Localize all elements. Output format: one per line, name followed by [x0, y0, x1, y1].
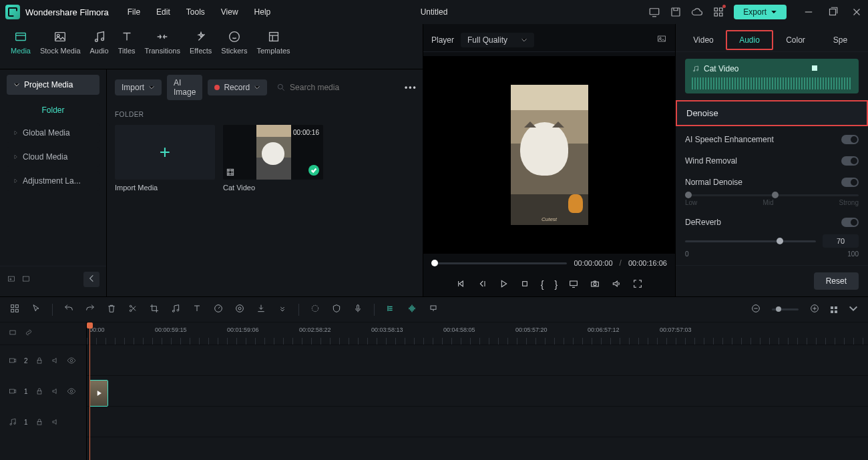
sidebar-global-media[interactable]: Global Media: [7, 123, 99, 143]
import-media-tile[interactable]: + Import Media: [115, 125, 215, 192]
eye-icon[interactable]: [67, 356, 76, 365]
tl-shield-icon[interactable]: [331, 303, 342, 316]
tl-music-icon[interactable]: [170, 303, 181, 316]
volume-icon[interactable]: [611, 278, 622, 291]
denoise-section-header[interactable]: Denoise: [676, 100, 868, 126]
apps-icon[interactable]: [712, 6, 724, 18]
tl-grid-icon[interactable]: [9, 303, 20, 316]
dereverb-toggle[interactable]: [841, 218, 859, 227]
tl-redo-icon[interactable]: [85, 303, 95, 316]
tl-mic-icon[interactable]: [353, 303, 363, 316]
ai-speech-toggle[interactable]: [841, 135, 859, 144]
timeline-ruler[interactable]: 00:00 00:00:59:15 00:01:59:06 00:02:58:2…: [87, 322, 868, 345]
step-back-icon[interactable]: [477, 278, 487, 291]
play-icon[interactable]: [498, 278, 509, 291]
project-media-button[interactable]: Project Media: [7, 75, 99, 95]
wind-removal-toggle[interactable]: [841, 156, 859, 166]
import-button[interactable]: Import: [115, 79, 162, 95]
media-clip-cat-video[interactable]: 00:00:16 Cat Video: [223, 125, 323, 192]
mark-in-icon[interactable]: {: [541, 279, 544, 290]
tl-crop-icon[interactable]: [149, 303, 160, 316]
playhead[interactable]: [89, 322, 90, 460]
minimize-icon[interactable]: [803, 6, 815, 18]
lock-icon[interactable]: [35, 356, 44, 365]
ribbon-media[interactable]: Media: [11, 29, 31, 65]
dereverb-value[interactable]: 70: [823, 234, 859, 248]
tl-zoomin-icon[interactable]: [809, 303, 820, 316]
prop-tab-speed[interactable]: Spe: [818, 31, 863, 49]
ribbon-titles[interactable]: Titles: [118, 29, 136, 65]
camera-icon[interactable]: [590, 278, 600, 291]
tl-undo-icon[interactable]: [63, 303, 74, 316]
tl-split-icon[interactable]: [128, 303, 138, 316]
tl-text-icon[interactable]: [192, 303, 202, 316]
track-toggle-icon[interactable]: [8, 328, 17, 339]
menu-help[interactable]: Help: [254, 7, 271, 17]
snapshot-image-icon[interactable]: [656, 33, 667, 46]
video-track-2[interactable]: [87, 345, 868, 376]
tl-ai-icon[interactable]: [310, 303, 320, 316]
tl-settings-icon[interactable]: [848, 303, 859, 316]
ribbon-transitions[interactable]: Transitions: [145, 29, 180, 65]
tl-beat-icon[interactable]: [407, 303, 417, 316]
maximize-icon[interactable]: [827, 6, 839, 18]
audio-track-1[interactable]: [87, 407, 868, 437]
sidebar-folder-label[interactable]: Folder: [7, 99, 99, 119]
tl-cursor-icon[interactable]: [31, 303, 41, 316]
export-button[interactable]: Export: [734, 5, 787, 19]
ribbon-stickers[interactable]: Stickers: [221, 29, 247, 65]
reset-button[interactable]: Reset: [814, 272, 859, 290]
time-current: 00:00:00:00: [574, 259, 612, 267]
tl-color-icon[interactable]: [234, 303, 245, 316]
new-folder-icon[interactable]: [7, 274, 16, 285]
prop-tab-color[interactable]: Color: [773, 31, 818, 49]
fullscreen-icon[interactable]: [632, 278, 643, 291]
mute-icon[interactable]: [51, 356, 60, 365]
device-icon[interactable]: [648, 6, 660, 18]
close-icon[interactable]: [851, 6, 863, 18]
menu-tools[interactable]: Tools: [186, 7, 205, 17]
save-icon[interactable]: [670, 6, 682, 18]
timeline-clip[interactable]: [89, 380, 108, 407]
prop-tab-audio[interactable]: Audio: [726, 30, 773, 50]
quality-dropdown[interactable]: Full Quality: [461, 33, 534, 47]
sidebar-cloud-media[interactable]: Cloud Media: [7, 147, 99, 167]
more-icon[interactable]: •••: [405, 83, 417, 92]
tl-audio-sync-icon[interactable]: [385, 303, 396, 316]
ribbon-effects[interactable]: Effects: [190, 29, 212, 65]
tl-zoomout-icon[interactable]: [750, 303, 761, 316]
tl-more-icon[interactable]: [277, 303, 288, 316]
display-icon[interactable]: [568, 278, 579, 291]
search-input[interactable]: [272, 83, 394, 92]
record-button[interactable]: Record: [208, 79, 267, 95]
main-track-1[interactable]: [87, 376, 868, 407]
normal-denoise-toggle[interactable]: [841, 178, 859, 187]
collapse-sidebar-icon[interactable]: [83, 272, 99, 287]
stop-icon[interactable]: [519, 278, 530, 291]
menu-edit[interactable]: Edit: [156, 7, 170, 17]
ai-image-button[interactable]: AI Image: [167, 75, 202, 100]
audio-clip-card[interactable]: Cat Video: [685, 59, 859, 93]
folder-icon[interactable]: [21, 274, 31, 285]
normal-denoise-slider[interactable]: [685, 194, 859, 196]
dereverb-slider[interactable]: [685, 240, 816, 242]
tl-delete-icon[interactable]: [106, 303, 117, 316]
tl-view-icon[interactable]: [831, 306, 837, 313]
menu-view[interactable]: View: [221, 7, 238, 17]
tl-marker-icon[interactable]: [428, 303, 439, 316]
link-icon[interactable]: [24, 328, 33, 339]
tl-download-icon[interactable]: [256, 303, 266, 316]
prop-tab-video[interactable]: Video: [681, 31, 726, 49]
scrub-bar[interactable]: [431, 262, 567, 264]
ribbon-templates[interactable]: Templates: [256, 29, 290, 65]
search-field[interactable]: [290, 83, 390, 92]
cloud-icon[interactable]: [691, 6, 703, 18]
preview-canvas[interactable]: Cutest: [423, 56, 675, 254]
prev-frame-icon[interactable]: [455, 278, 466, 291]
sidebar-adjustment-layer[interactable]: Adjustment La...: [7, 171, 99, 191]
ribbon-stock-media[interactable]: Stock Media: [40, 29, 81, 65]
ribbon-audio[interactable]: Audio: [90, 29, 109, 65]
menu-file[interactable]: File: [128, 7, 140, 17]
mark-out-icon[interactable]: }: [555, 279, 558, 290]
tl-speed-icon[interactable]: [213, 303, 224, 316]
